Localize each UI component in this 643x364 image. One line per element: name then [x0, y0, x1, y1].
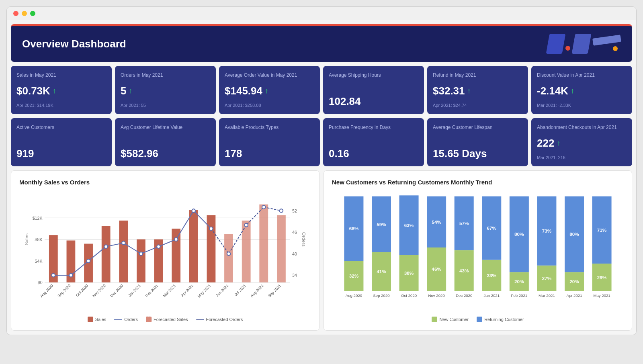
- svg-text:Sales: Sales: [24, 233, 29, 245]
- main-window: Overview Dashboard Sales in May 2021$0.7…: [6, 6, 637, 335]
- svg-text:Orders: Orders: [301, 232, 307, 247]
- svg-text:$12K: $12K: [33, 216, 43, 221]
- svg-text:Apr 2021: Apr 2021: [566, 293, 582, 298]
- kpi-row-2: Active Customers919Avg Customer Lifetime…: [11, 118, 632, 166]
- svg-text:68%: 68%: [349, 226, 359, 231]
- svg-text:Oct 2020: Oct 2020: [75, 283, 89, 297]
- svg-text:Jun 2021: Jun 2021: [215, 283, 229, 298]
- svg-text:May 2021: May 2021: [593, 293, 610, 298]
- svg-rect-20: [102, 226, 111, 282]
- svg-text:Aug 2020: Aug 2020: [346, 293, 362, 298]
- kpi-card-abandonment-checkouts: Abandonment Checkouts in Apr 2021222↑Mar…: [531, 118, 632, 166]
- charts-row: Monthly Sales vs Orders $0$4K$8K$12K3440…: [11, 170, 632, 331]
- kpi-card-avg-shipping: Average Shipping Hours102.84: [323, 66, 424, 114]
- kpi-value-orders-may: 5↑: [121, 85, 210, 97]
- svg-point-53: [244, 223, 248, 227]
- chart1-legend: Sales Orders Forecasted Sales Forecasted…: [19, 317, 311, 322]
- svg-text:$4K: $4K: [35, 259, 43, 264]
- kpi-label-discount-apr: Discount Value in Apr 2021: [537, 72, 627, 79]
- kpi-card-discount-apr: Discount Value in Apr 2021-2.14K↑Mar 202…: [531, 66, 632, 114]
- svg-text:Sep 2020: Sep 2020: [373, 293, 389, 298]
- svg-point-50: [192, 209, 196, 213]
- svg-rect-30: [189, 210, 198, 282]
- arrow-up-discount-apr: ↑: [571, 87, 574, 95]
- arrow-up-sales-may: ↑: [53, 87, 56, 95]
- svg-text:Apr 2021: Apr 2021: [180, 283, 194, 297]
- svg-rect-24: [137, 239, 145, 282]
- svg-point-52: [227, 252, 231, 256]
- svg-rect-38: [259, 204, 268, 282]
- dashboard: Overview Dashboard Sales in May 2021$0.7…: [7, 20, 636, 335]
- dashboard-header: Overview Dashboard: [11, 24, 632, 62]
- svg-text:29%: 29%: [597, 275, 607, 280]
- svg-text:52: 52: [292, 209, 297, 213]
- svg-text:41%: 41%: [377, 269, 386, 274]
- maximize-button[interactable]: [30, 11, 35, 16]
- legend-orders: Orders: [114, 317, 138, 322]
- svg-point-46: [122, 241, 125, 245]
- svg-text:Jan 2021: Jan 2021: [483, 293, 500, 298]
- svg-point-42: [52, 274, 55, 277]
- svg-text:$8K: $8K: [35, 237, 43, 242]
- arrow-up-avg-order-value: ↑: [265, 87, 268, 95]
- svg-text:Aug 2021: Aug 2021: [250, 283, 264, 298]
- svg-text:67%: 67%: [487, 225, 497, 231]
- kpi-sub-discount-apr: Mar 2021: -2.33K: [537, 103, 627, 108]
- kpi-card-avg-lifetime-value: Avg Customer Lifetime Value$582.96: [115, 118, 216, 166]
- legend-new-customer: New Customer: [432, 317, 469, 322]
- svg-text:27%: 27%: [542, 276, 552, 281]
- svg-text:54%: 54%: [432, 219, 441, 225]
- svg-text:40: 40: [292, 252, 297, 256]
- kpi-sub-abandonment-checkouts: Mar 2021: 216: [537, 155, 627, 160]
- chart2-svg: 32%68%Aug 202041%59%Sep 202038%63%Oct 20…: [332, 192, 624, 313]
- svg-text:80%: 80%: [514, 231, 524, 237]
- kpi-value-avg-lifetime-value: $582.96: [121, 147, 210, 160]
- svg-text:Sep 2021: Sep 2021: [267, 283, 282, 298]
- kpi-card-avg-order-value: Average Order Value in May 2021$145.94↑A…: [219, 66, 320, 114]
- svg-rect-34: [224, 234, 233, 282]
- svg-text:46%: 46%: [432, 267, 441, 272]
- kpi-sub-orders-may: Apr 2021: 55: [121, 103, 210, 108]
- kpi-label-avg-order-value: Average Order Value in May 2021: [225, 72, 314, 79]
- kpi-value-active-customers: 919: [16, 147, 106, 160]
- kpi-label-refund-may: Refund in May 2021: [433, 72, 522, 79]
- svg-text:May 2021: May 2021: [197, 283, 212, 299]
- svg-text:Oct 2020: Oct 2020: [401, 293, 417, 298]
- title-bar: [7, 7, 636, 20]
- kpi-card-refund-may: Refund in May 2021$32.31↑Apr 2021: $24.7…: [427, 66, 528, 114]
- close-button[interactable]: [13, 11, 18, 16]
- kpi-card-orders-may: Orders in May 20215↑Apr 2021: 55: [115, 66, 216, 114]
- svg-text:33%: 33%: [487, 273, 497, 278]
- svg-text:63%: 63%: [404, 223, 414, 228]
- svg-text:$0: $0: [38, 280, 43, 285]
- svg-text:Mar 2021: Mar 2021: [162, 283, 177, 298]
- svg-point-49: [174, 238, 178, 241]
- kpi-row-1: Sales in May 2021$0.73K↑Apr 2021: $14.19…: [11, 66, 632, 114]
- svg-text:32%: 32%: [349, 273, 359, 278]
- svg-text:20%: 20%: [514, 279, 524, 284]
- kpi-card-purchase-frequency: Purchase Frequency in Days0.16: [323, 118, 424, 166]
- kpi-value-abandonment-checkouts: 222↑: [537, 137, 627, 149]
- monthly-sales-orders-chart: Monthly Sales vs Orders $0$4K$8K$12K3440…: [11, 170, 319, 331]
- kpi-value-avg-order-value: $145.94↑: [225, 85, 314, 97]
- svg-text:46: 46: [292, 230, 297, 235]
- arrow-up-orders-may: ↑: [129, 87, 132, 95]
- kpi-label-available-products: Available Products Types: [225, 125, 314, 131]
- header-decoration: [548, 34, 621, 54]
- svg-text:Jan 2021: Jan 2021: [127, 283, 142, 298]
- kpi-value-available-products: 178: [225, 147, 314, 160]
- svg-text:20%: 20%: [569, 279, 579, 284]
- legend-sales: Sales: [88, 317, 106, 322]
- svg-text:Dec 2020: Dec 2020: [456, 293, 472, 298]
- svg-point-44: [87, 259, 90, 263]
- chart1-area: $0$4K$8K$12K34404652SalesOrdersAug 2020S…: [19, 192, 311, 313]
- kpi-label-sales-may: Sales in May 2021: [16, 72, 106, 79]
- kpi-label-orders-may: Orders in May 2021: [121, 72, 210, 79]
- svg-text:59%: 59%: [377, 222, 386, 227]
- kpi-sub-refund-may: Apr 2021: $24.74: [433, 103, 522, 108]
- minimize-button[interactable]: [22, 11, 27, 16]
- svg-point-54: [262, 205, 266, 209]
- legend-forecasted-sales: Forecasted Sales: [146, 317, 188, 322]
- svg-text:Nov 2020: Nov 2020: [92, 283, 106, 298]
- svg-text:Dec 2020: Dec 2020: [109, 283, 124, 298]
